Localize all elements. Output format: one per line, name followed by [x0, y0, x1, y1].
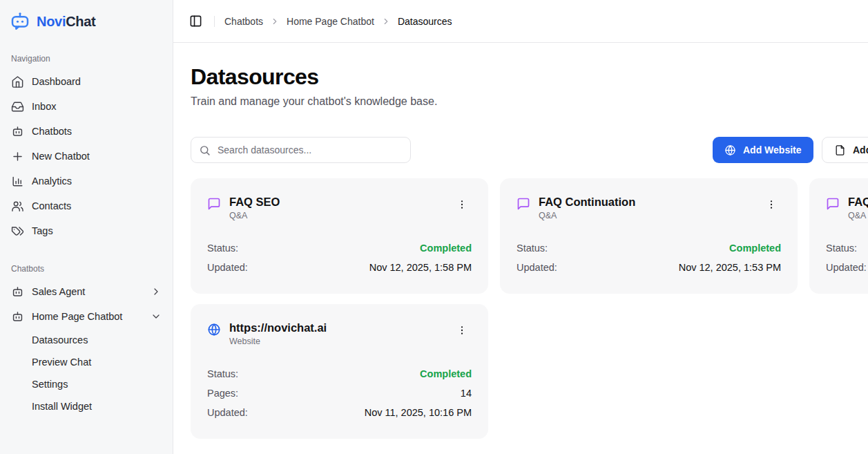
globe-icon — [207, 323, 221, 337]
bar-chart-icon — [11, 175, 24, 188]
bot-icon — [11, 310, 24, 323]
updated-label: Updated: — [826, 262, 867, 273]
pages-value: 14 — [461, 388, 472, 399]
updated-row: Updated: Nov 11, 2025, 10:16 PM — [207, 403, 472, 422]
chevron-right-icon — [270, 17, 280, 26]
card-menu-button[interactable] — [452, 195, 472, 214]
status-label: Status: — [207, 243, 238, 254]
sidebar-item-label: New Chatbot — [32, 151, 90, 162]
breadcrumb-home-page-chatbot[interactable]: Home Page Chatbot — [287, 16, 374, 27]
sidebar-subitem-datasources[interactable]: Datasources — [7, 329, 166, 351]
status-label: Status: — [826, 243, 857, 254]
status-row: Status: Completed — [207, 364, 472, 384]
breadcrumb-chatbots[interactable]: Chatbots — [224, 16, 263, 27]
card-titles: FAQ Continuation Q&A — [539, 195, 635, 220]
kebab-menu-icon — [456, 199, 467, 210]
card-title: FAQ — [848, 195, 868, 209]
card-titles: FAQ Q&A — [848, 195, 868, 220]
card-titles: https://novichat.ai Website — [229, 321, 327, 346]
datasource-card-faq-seo[interactable]: FAQ SEO Q&A Status: Completed Updated: N… — [191, 178, 488, 294]
card-type: Q&A — [848, 211, 868, 220]
panel-left-icon — [189, 15, 202, 28]
breadcrumb-datasources: Datasources — [398, 16, 452, 27]
sidebar-item-new-chatbot[interactable]: New Chatbot — [7, 144, 166, 169]
card-meta: Status: Updated: — [826, 238, 868, 277]
chevron-down-icon — [151, 311, 162, 322]
datasource-card-faq-continuation[interactable]: FAQ Continuation Q&A Status: Completed U… — [500, 178, 798, 294]
updated-row: Updated: Nov 12, 2025, 1:53 PM — [517, 258, 781, 277]
sidebar-section-navigation: Navigation — [7, 54, 166, 64]
datasource-card-novichat-website[interactable]: https://novichat.ai Website Status: Comp… — [191, 304, 488, 439]
sidebar-subitem-label: Settings — [32, 379, 68, 390]
card-menu-button[interactable] — [762, 195, 781, 214]
page-subtitle: Train and manage your chatbot's knowledg… — [191, 95, 868, 108]
plus-icon — [11, 150, 24, 163]
page-content: Datasources Train and manage your chatbo… — [173, 43, 868, 439]
card-type: Q&A — [229, 211, 280, 220]
sidebar-item-inbox[interactable]: Inbox — [7, 94, 166, 119]
sidebar-item-label: Analytics — [32, 176, 72, 187]
bot-icon — [11, 125, 24, 138]
updated-value: Nov 12, 2025, 1:58 PM — [369, 262, 472, 273]
sidebar-item-home-page-chatbot[interactable]: Home Page Chatbot — [7, 304, 166, 329]
card-menu-button[interactable] — [452, 321, 472, 340]
sidebar-item-label: Contacts — [32, 200, 71, 211]
sidebar-toggle-button[interactable] — [185, 11, 206, 32]
sidebar-section-chatbots: Chatbots — [7, 264, 166, 274]
status-badge: Completed — [420, 368, 472, 379]
sidebar-subitem-label: Datasources — [32, 334, 88, 346]
datasource-card-faq[interactable]: FAQ Q&A Status: Updated: — [809, 178, 868, 294]
tags-icon — [11, 225, 24, 238]
bot-icon — [11, 285, 24, 299]
sidebar-item-tags[interactable]: Tags — [7, 218, 166, 243]
updated-row: Updated: — [826, 258, 868, 277]
status-row: Status: Completed — [207, 238, 472, 258]
datasource-grid: FAQ SEO Q&A Status: Completed Updated: N… — [191, 178, 868, 439]
status-badge: Completed — [420, 243, 472, 254]
updated-value: Nov 12, 2025, 1:53 PM — [679, 262, 781, 273]
sidebar-item-label: Home Page Chatbot — [32, 311, 122, 322]
card-type: Q&A — [539, 211, 635, 220]
sidebar-item-label: Tags — [32, 225, 53, 236]
sidebar-subitem-install-widget[interactable]: Install Widget — [7, 395, 166, 417]
sidebar-item-chatbots[interactable]: Chatbots — [7, 119, 166, 144]
status-badge: Completed — [729, 243, 781, 254]
chevron-right-icon — [151, 286, 162, 297]
add-document-button[interactable]: Add — [822, 137, 868, 163]
users-icon — [11, 200, 24, 213]
search-icon — [199, 144, 211, 156]
sidebar: NoviChat Navigation Dashboard Inbox Chat… — [0, 0, 173, 454]
sidebar-item-contacts[interactable]: Contacts — [7, 193, 166, 218]
card-title: FAQ Continuation — [539, 195, 635, 209]
brand-name: NoviChat — [37, 14, 95, 30]
page-title: Datasources — [191, 64, 868, 90]
add-website-button[interactable]: Add Website — [713, 137, 813, 163]
card-title: FAQ SEO — [229, 195, 280, 209]
status-row: Status: Completed — [517, 238, 781, 258]
topbar: Chatbots Home Page Chatbot Datasources — [173, 0, 868, 43]
add-website-label: Add Website — [743, 144, 802, 155]
globe-icon — [724, 144, 736, 156]
pages-label: Pages: — [207, 388, 238, 399]
topbar-divider — [214, 16, 215, 27]
card-meta: Status: Completed Pages: 14 Updated: Nov… — [207, 364, 472, 422]
sidebar-item-label: Inbox — [32, 101, 56, 112]
sidebar-subitem-label: Install Widget — [32, 401, 92, 412]
search-input[interactable] — [191, 137, 411, 163]
sidebar-item-analytics[interactable]: Analytics — [7, 169, 166, 193]
file-text-icon — [834, 144, 846, 156]
card-type: Website — [229, 337, 327, 346]
status-label: Status: — [517, 243, 548, 254]
kebab-menu-icon — [766, 199, 777, 210]
pages-row: Pages: 14 — [207, 384, 472, 403]
sidebar-subitem-settings[interactable]: Settings — [7, 373, 166, 395]
sidebar-item-dashboard[interactable]: Dashboard — [7, 69, 166, 94]
sidebar-subitem-preview-chat[interactable]: Preview Chat — [7, 351, 166, 373]
updated-row: Updated: Nov 12, 2025, 1:58 PM — [207, 258, 472, 277]
search-wrap — [191, 137, 411, 163]
sidebar-subitem-label: Preview Chat — [32, 357, 91, 368]
card-header: FAQ Continuation Q&A — [517, 195, 781, 220]
brand-logo[interactable]: NoviChat — [7, 10, 166, 33]
card-titles: FAQ SEO Q&A — [229, 195, 280, 220]
sidebar-item-sales-agent[interactable]: Sales Agent — [7, 279, 166, 304]
